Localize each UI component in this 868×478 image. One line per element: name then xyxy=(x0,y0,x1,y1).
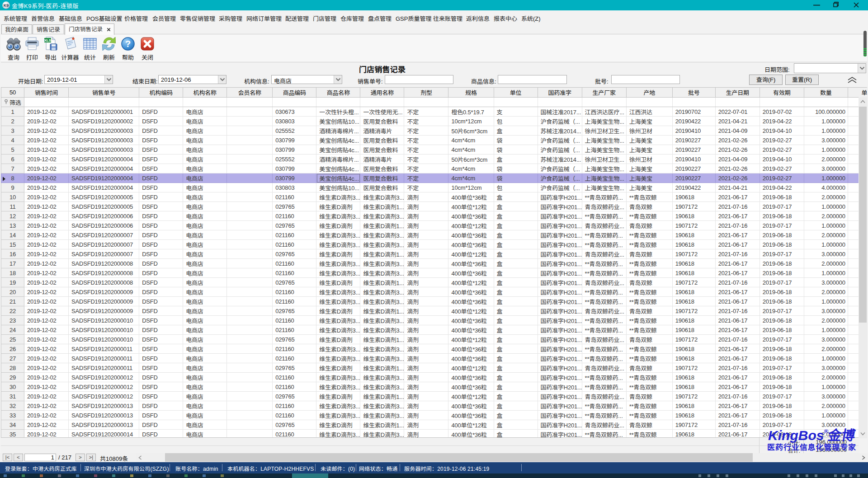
svg-text:K9: K9 xyxy=(4,3,9,8)
svg-text:?: ? xyxy=(125,39,131,49)
svg-text:XLS: XLS xyxy=(44,38,52,42)
